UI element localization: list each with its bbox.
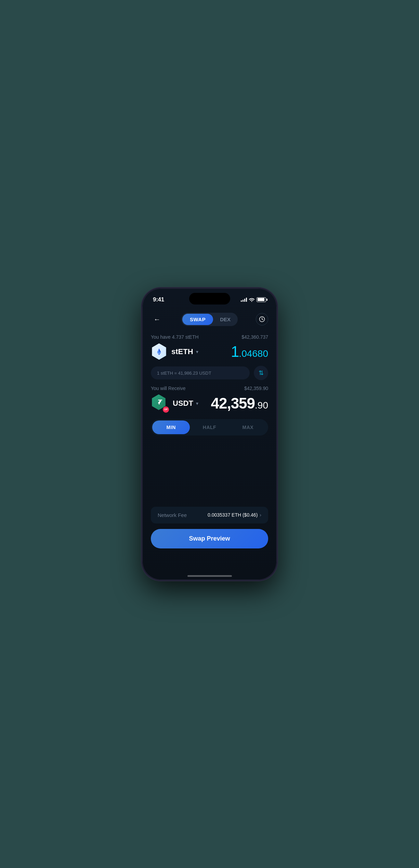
battery-icon [257, 297, 266, 302]
fee-value-row: 0.0035337 ETH ($0.46) › [208, 512, 261, 518]
status-icons [241, 297, 266, 302]
steth-logo-icon [155, 347, 163, 356]
history-button[interactable] [256, 313, 268, 325]
content: You have 4.737 stETH $42,360.737 [143, 332, 276, 507]
to-amount-decimal: .90 [255, 400, 268, 411]
amount-buttons: MIN HALF MAX [151, 419, 268, 436]
to-token[interactable]: ₮ OP USDT ▾ [151, 394, 198, 412]
network-fee-label: Network Fee [158, 512, 187, 518]
from-label-row: You have 4.737 stETH $42,360.737 [151, 334, 268, 340]
half-button[interactable]: HALF [191, 420, 228, 434]
from-dropdown-icon: ▾ [196, 349, 198, 354]
exchange-rate-pill: 1 stETH = 41,986.23 USDT [151, 366, 250, 379]
back-arrow-icon: ← [154, 315, 160, 323]
back-button[interactable]: ← [151, 313, 163, 325]
home-indicator [187, 575, 232, 577]
min-button[interactable]: MIN [152, 420, 190, 434]
tab-group: SWAP DEX [181, 313, 238, 326]
from-amount-decimal: .04680 [239, 348, 268, 359]
phone-frame: 9:41 ← SWAP [142, 288, 277, 580]
max-button[interactable]: MAX [229, 420, 267, 434]
from-asset-row: stETH ▾ 1 .04680 [151, 343, 268, 360]
status-time: 9:41 [153, 296, 164, 303]
to-asset-row: ₮ OP USDT ▾ 42,359 .90 [151, 394, 268, 412]
to-label-row: You will Receive $42,359.90 [151, 386, 268, 391]
to-section: You will Receive $42,359.90 ₮ OP USDT [151, 386, 268, 412]
network-fee-value: 0.0035337 ETH ($0.46) [208, 512, 258, 518]
from-token-name: stETH ▾ [171, 347, 198, 356]
op-badge: OP [162, 406, 169, 413]
tab-swap[interactable]: SWAP [182, 314, 213, 325]
to-amount: 42,359 .90 [211, 395, 268, 412]
history-icon [259, 316, 265, 322]
dynamic-island [189, 293, 230, 305]
to-token-symbol: USDT [173, 399, 193, 408]
swap-preview-button[interactable]: Swap Preview [151, 529, 268, 548]
exchange-rate-text: 1 stETH = 41,986.23 USDT [157, 371, 211, 376]
to-usd-value: $42,359.90 [244, 386, 268, 391]
swap-arrows-icon: ⇅ [259, 369, 264, 377]
usdt-letter: ₮ [157, 399, 161, 406]
to-amount-whole: 42,359 [211, 395, 255, 412]
exchange-rate-container: 1 stETH = 41,986.23 USDT ⇅ [151, 366, 268, 380]
to-label: You will Receive [151, 386, 185, 391]
chevron-right-icon: › [260, 512, 261, 518]
header: ← SWAP DEX [143, 307, 276, 332]
from-amount-whole: 1 [231, 343, 239, 360]
battery-fill [258, 298, 265, 301]
wifi-icon [249, 298, 254, 302]
network-fee-section[interactable]: Network Fee 0.0035337 ETH ($0.46) › [151, 507, 268, 523]
swap-direction-button[interactable]: ⇅ [254, 366, 268, 380]
from-label: You have 4.737 stETH [151, 334, 199, 340]
content-spacer [151, 442, 268, 504]
steth-token-icon [151, 344, 167, 360]
from-token-symbol: stETH [171, 347, 193, 356]
from-amount[interactable]: 1 .04680 [231, 343, 268, 360]
signal-bars-icon [241, 298, 247, 302]
to-token-name: USDT ▾ [173, 399, 198, 408]
to-dropdown-icon: ▾ [196, 401, 198, 406]
from-usd-value: $42,360.737 [241, 334, 268, 340]
tab-dex[interactable]: DEX [214, 314, 237, 325]
bottom-area: Network Fee 0.0035337 ETH ($0.46) › Swap… [143, 507, 276, 561]
screen: 9:41 ← SWAP [143, 289, 276, 580]
from-section: You have 4.737 stETH $42,360.737 [151, 334, 268, 360]
usdt-token-icon: ₮ OP [151, 394, 169, 412]
from-token[interactable]: stETH ▾ [151, 344, 198, 360]
